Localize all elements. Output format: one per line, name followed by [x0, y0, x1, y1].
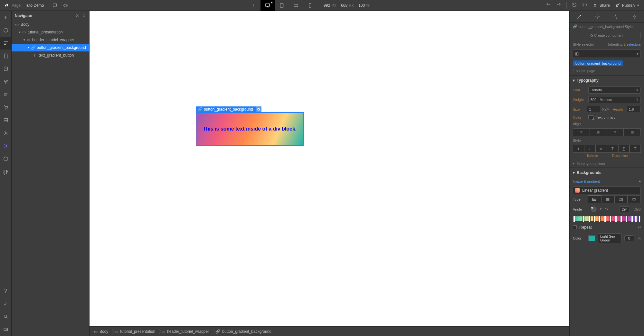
audit-icon[interactable]: ✓: [0, 297, 11, 310]
stop-position-input[interactable]: 0: [624, 235, 634, 241]
svg-point-20: [597, 16, 598, 17]
close-icon[interactable]: ✕: [76, 14, 79, 18]
tree-body[interactable]: ▭Body: [12, 21, 89, 28]
stop-color-name[interactable]: Light Sea Green: [598, 233, 622, 243]
undo-icon[interactable]: [546, 2, 551, 8]
style-strike[interactable]: T: [607, 145, 618, 153]
type-none[interactable]: [628, 195, 641, 203]
angle-dial[interactable]: [591, 206, 597, 212]
webflow-logo[interactable]: [3, 2, 10, 9]
breakpoint-mobile[interactable]: [303, 0, 317, 11]
help-icon[interactable]: ?: [0, 285, 11, 297]
selector-input[interactable]: ◧▾: [573, 50, 641, 58]
gradient-text[interactable]: This is some text inside of a div block.: [203, 126, 297, 132]
class-chip[interactable]: button_gradient_background: [573, 60, 623, 66]
pages-icon[interactable]: [0, 50, 11, 62]
logic-icon[interactable]: [0, 75, 11, 88]
selected-element-label[interactable]: 🔗button_gradient_background✿: [196, 106, 261, 112]
crumb-button[interactable]: 🔗button_gradient_background: [213, 327, 275, 336]
tab-style[interactable]: [570, 11, 588, 22]
create-component-button[interactable]: ✿ Create component: [573, 32, 641, 39]
type-radial[interactable]: [601, 195, 614, 203]
style-regular[interactable]: I: [573, 145, 584, 153]
symbols-icon[interactable]: [0, 24, 11, 37]
canvas-wrapper: 🔗button_gradient_background✿ This is som…: [90, 11, 569, 336]
svg-point-12: [5, 109, 5, 109]
code-icon[interactable]: [582, 2, 587, 8]
assets-icon[interactable]: [0, 114, 11, 127]
svg-point-15: [5, 132, 6, 134]
breakpoint-menu-icon[interactable]: ⋮: [246, 0, 260, 11]
breakpoint-mobile-landscape[interactable]: [289, 0, 303, 11]
gradient-button-element[interactable]: This is some text inside of a div block.: [196, 112, 304, 146]
breakpoint-tablet[interactable]: [275, 0, 289, 11]
align-right[interactable]: ≡: [607, 128, 624, 136]
tab-interactions[interactable]: [607, 11, 626, 22]
style-none[interactable]: ✕: [595, 145, 607, 153]
apps-icon[interactable]: [0, 140, 11, 152]
element-settings-icon[interactable]: ✿: [256, 106, 261, 112]
weight-select[interactable]: 500 - Medium⇅: [588, 96, 641, 103]
crumb-body[interactable]: ▭Body: [91, 327, 112, 336]
cms-icon[interactable]: [0, 62, 11, 75]
navigator-icon[interactable]: [0, 37, 11, 50]
lineheight-input[interactable]: 1.6: [627, 106, 641, 113]
share-button[interactable]: Share: [592, 3, 610, 8]
crumb-header[interactable]: ▭header_tutoriel_wrapper: [159, 327, 213, 336]
add-gradient-icon[interactable]: +: [639, 179, 641, 183]
gradient-item[interactable]: Linear gradient: [573, 186, 641, 194]
align-justify[interactable]: ≣: [624, 128, 641, 136]
tab-settings[interactable]: [588, 11, 607, 22]
sync-icon[interactable]: [572, 2, 577, 8]
more-icon[interactable]: ⋯: [637, 24, 641, 29]
stop-color-swatch[interactable]: [588, 235, 595, 241]
type-linear[interactable]: [588, 195, 601, 203]
svg-point-6: [4, 67, 7, 68]
svg-rect-24: [620, 199, 622, 200]
video-icon[interactable]: [0, 323, 11, 336]
on-page-count: 1 on this page: [570, 68, 644, 75]
breakpoint-desktop[interactable]: ★: [260, 0, 275, 11]
size-input[interactable]: 1: [587, 106, 601, 113]
components-icon[interactable]: [0, 152, 11, 165]
preview-icon[interactable]: [61, 3, 70, 8]
gradient-bar[interactable]: [573, 216, 641, 221]
settings-icon[interactable]: [0, 127, 11, 140]
angle-row: Angle ↶ ↷ 294 DEG: [570, 204, 644, 214]
svg-rect-3: [294, 4, 298, 6]
tree-tutorial[interactable]: ▾▭tutorial_presentation: [12, 28, 89, 36]
angle-ccw-icon[interactable]: ↶: [599, 207, 602, 212]
users-icon[interactable]: [0, 88, 11, 101]
style-italic[interactable]: I: [584, 145, 595, 153]
angle-cw-icon[interactable]: ↷: [605, 207, 608, 212]
canvas[interactable]: 🔗button_gradient_background✿ This is som…: [90, 11, 569, 326]
publish-button[interactable]: Publish ▼: [615, 3, 639, 8]
variables-icon[interactable]: {F: [0, 165, 11, 178]
pin-icon[interactable]: [82, 14, 86, 18]
reverse-gradient-icon[interactable]: ⟲: [638, 225, 641, 230]
redo-icon[interactable]: [556, 2, 561, 8]
align-center[interactable]: ≣: [590, 128, 607, 136]
align-left[interactable]: ≡: [573, 128, 590, 136]
font-select[interactable]: Roboto⇅: [588, 86, 641, 94]
search-icon[interactable]: [0, 310, 11, 323]
page-name[interactable]: Tuto Démo: [25, 3, 44, 8]
tree-header[interactable]: ▾▭header_tutoriel_wrapper: [12, 36, 89, 44]
ecommerce-icon[interactable]: [0, 101, 11, 114]
style-overline[interactable]: T̅: [630, 145, 641, 153]
crumb-tutorial[interactable]: ▭tutorial_presentation: [112, 327, 159, 336]
repeat-checkbox[interactable]: [573, 225, 577, 229]
type-solid[interactable]: [614, 195, 628, 203]
tree-text[interactable]: Ttext_gradient_button: [12, 51, 89, 59]
breadcrumb: ▭Body ▭tutorial_presentation ▭header_tut…: [90, 326, 569, 336]
canvas-width[interactable]: 992: [324, 3, 330, 8]
more-type-options[interactable]: ▸More type options: [570, 159, 644, 168]
text-color-swatch[interactable]: [588, 115, 593, 119]
tab-effects[interactable]: [625, 11, 644, 22]
add-icon[interactable]: +: [0, 11, 11, 24]
style-underline[interactable]: T: [618, 145, 630, 153]
tree-button[interactable]: ▾🔗button_gradient_background: [12, 44, 89, 51]
angle-input[interactable]: 294: [620, 206, 630, 212]
comments-icon[interactable]: [50, 3, 59, 8]
canvas-height: 668: [341, 3, 347, 8]
